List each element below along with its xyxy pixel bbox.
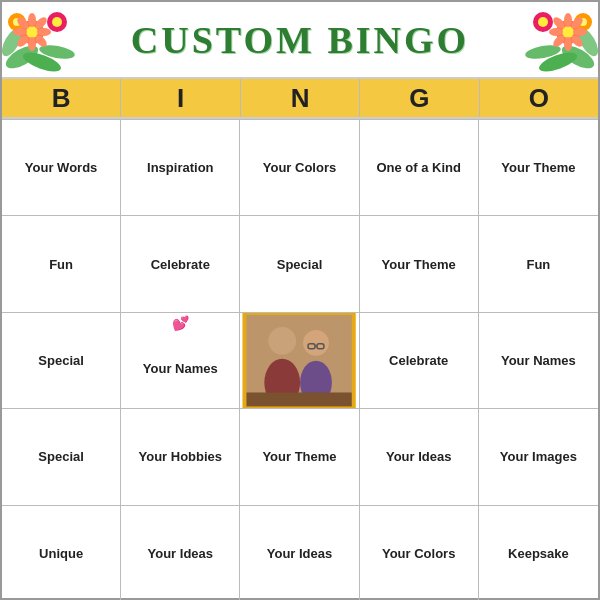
cell-r5c5: Keepsake bbox=[479, 506, 598, 600]
bingo-o: O bbox=[480, 79, 598, 117]
bingo-card: CUSTOM BINGO B I N bbox=[0, 0, 600, 600]
svg-point-28 bbox=[564, 13, 572, 27]
cell-r4c2: Your Hobbies bbox=[121, 409, 240, 505]
header: CUSTOM BINGO bbox=[2, 2, 598, 77]
your-names-label: Your Names bbox=[143, 361, 218, 376]
svg-point-30 bbox=[549, 28, 563, 36]
bingo-letters-row: B I N G O bbox=[2, 77, 598, 119]
bingo-i: I bbox=[121, 79, 240, 117]
cell-r2c1: Fun bbox=[2, 216, 121, 312]
cell-r5c2: Your Ideas bbox=[121, 506, 240, 600]
svg-point-12 bbox=[13, 28, 27, 36]
svg-point-10 bbox=[28, 13, 36, 27]
cell-r4c5: Your Images bbox=[479, 409, 598, 505]
bingo-g: G bbox=[360, 79, 479, 117]
bingo-n: N bbox=[241, 79, 360, 117]
cell-r5c4: Your Colors bbox=[360, 506, 479, 600]
couple-photo bbox=[240, 313, 358, 408]
cell-r1c3: Your Colors bbox=[240, 120, 359, 216]
floral-left-decoration bbox=[2, 2, 92, 77]
svg-point-29 bbox=[564, 37, 572, 51]
bingo-grid: Your Words Inspiration Your Colors One o… bbox=[2, 119, 598, 600]
svg-rect-45 bbox=[245, 392, 354, 408]
hearts-decoration: 💕 bbox=[172, 315, 189, 331]
cell-r1c1: Your Words bbox=[2, 120, 121, 216]
cell-r3c3-free bbox=[240, 313, 359, 409]
svg-point-7 bbox=[52, 17, 62, 27]
svg-point-40 bbox=[303, 330, 329, 356]
cell-r4c3: Your Theme bbox=[240, 409, 359, 505]
svg-point-11 bbox=[28, 37, 36, 51]
cell-r3c5: Your Names bbox=[479, 313, 598, 409]
cell-r3c1: Special bbox=[2, 313, 121, 409]
cell-r1c5: Your Theme bbox=[479, 120, 598, 216]
cell-r3c4: Celebrate bbox=[360, 313, 479, 409]
svg-point-38 bbox=[269, 327, 297, 355]
svg-point-25 bbox=[538, 17, 548, 27]
cell-r2c4: Your Theme bbox=[360, 216, 479, 312]
cell-r5c1: Unique bbox=[2, 506, 121, 600]
app-title: CUSTOM BINGO bbox=[131, 18, 469, 62]
cell-r2c5: Fun bbox=[479, 216, 598, 312]
cell-r5c3: Your Ideas bbox=[240, 506, 359, 600]
cell-r4c4: Your Ideas bbox=[360, 409, 479, 505]
cell-r1c4: One of a Kind bbox=[360, 120, 479, 216]
svg-point-13 bbox=[37, 28, 51, 36]
floral-right-decoration bbox=[508, 2, 598, 77]
cell-r1c2: Inspiration bbox=[121, 120, 240, 216]
cell-r4c1: Special bbox=[2, 409, 121, 505]
svg-point-31 bbox=[573, 28, 587, 36]
cell-r2c2: Celebrate bbox=[121, 216, 240, 312]
bingo-b: B bbox=[2, 79, 121, 117]
cell-r3c2: 💕 Your Names bbox=[121, 313, 240, 409]
cell-r2c3: Special bbox=[240, 216, 359, 312]
